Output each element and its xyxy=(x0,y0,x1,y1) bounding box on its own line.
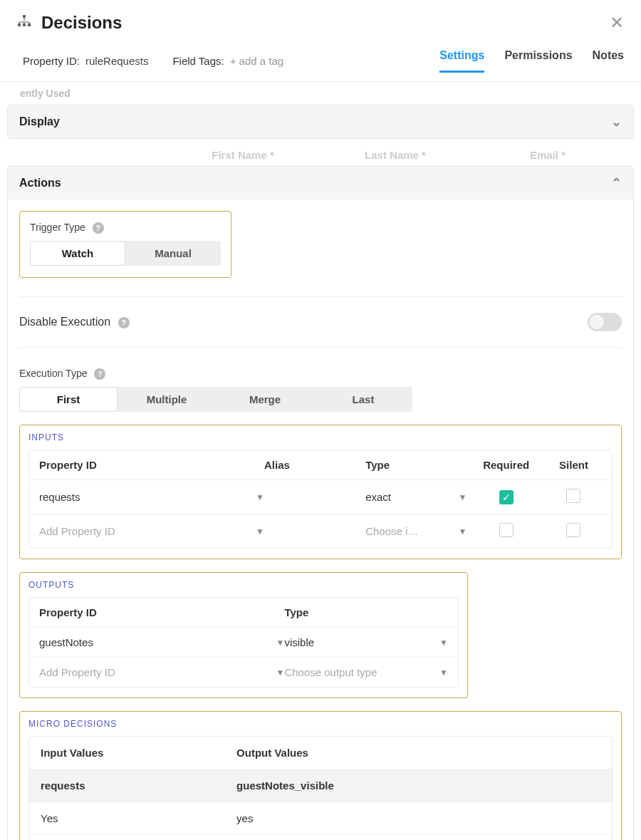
disable-execution-row: Disable Execution ? xyxy=(19,296,622,348)
exec-merge[interactable]: Merge xyxy=(216,387,314,412)
md-subheader: requests guestNotes_visible xyxy=(29,769,612,802)
add-tag-button[interactable]: + add a tag xyxy=(230,55,283,67)
exec-first[interactable]: First xyxy=(19,387,118,412)
panel-actions-header[interactable]: Actions ⌃ xyxy=(8,167,633,199)
background-columns: ently Used xyxy=(0,82,641,105)
md-row: No no xyxy=(29,834,612,840)
md-sub-output: guestNotes_visible xyxy=(236,779,600,792)
inputs-section: INPUTS Property ID Alias Type Required S… xyxy=(19,425,622,559)
execution-type-label: Execution Type ? xyxy=(19,368,622,380)
tab-permissions[interactable]: Permissions xyxy=(504,49,572,73)
inputs-row-1: requests ▼ exact ▼ ✓ xyxy=(29,479,612,514)
svg-rect-3 xyxy=(28,24,31,26)
md-col-input: Input Values xyxy=(41,747,236,759)
input-prop-value[interactable]: requests xyxy=(39,491,80,503)
close-icon[interactable]: ✕ xyxy=(610,13,624,33)
inputs-header-row: Property ID Alias Type Required Silent xyxy=(29,450,612,479)
chevron-down-icon: ⌄ xyxy=(611,114,622,130)
chevron-down-icon[interactable]: ▼ xyxy=(439,668,448,678)
property-id-label: Property ID: xyxy=(23,55,80,67)
panel-actions-title: Actions xyxy=(19,177,61,190)
inputs-col-alias: Alias xyxy=(264,459,365,471)
tab-settings[interactable]: Settings xyxy=(439,49,484,73)
svg-rect-1 xyxy=(18,24,21,26)
disable-execution-label: Disable Execution xyxy=(19,316,110,328)
panel-actions: Actions ⌃ Trigger Type ? Watch Manual Di… xyxy=(7,166,634,840)
inputs-row-add: Add Property ID ▼ Choose i… ▼ xyxy=(29,514,612,548)
md-out[interactable]: yes xyxy=(236,812,600,824)
panel-display-header[interactable]: Display ⌄ xyxy=(8,105,633,138)
outputs-section: OUTPUTS Property ID Type guestNotes ▼ vi… xyxy=(19,572,468,698)
chevron-down-icon[interactable]: ▼ xyxy=(458,527,467,536)
outputs-row-add: Add Property ID ▼ Choose output type ▼ xyxy=(29,657,458,687)
hierarchy-icon xyxy=(17,14,31,32)
required-checkbox[interactable] xyxy=(499,523,514,537)
panel-display: Display ⌄ xyxy=(7,105,634,139)
trigger-type-segmented: Watch Manual xyxy=(30,241,221,266)
dialog-header: Decisions ✕ xyxy=(0,0,641,39)
md-row: Yes yes xyxy=(29,802,612,834)
micro-decisions-section: MICRO DECISIONS Input Values Output Valu… xyxy=(19,711,622,840)
md-header: Input Values Output Values xyxy=(29,737,612,769)
inputs-col-prop: Property ID xyxy=(39,459,264,471)
inputs-col-silent: Silent xyxy=(546,459,602,471)
add-output-placeholder[interactable]: Add Property ID xyxy=(39,666,115,678)
choose-output-type-placeholder[interactable]: Choose output type xyxy=(284,666,377,678)
panel-actions-body: Trigger Type ? Watch Manual Disable Exec… xyxy=(8,199,633,840)
exec-last[interactable]: Last xyxy=(314,387,412,412)
outputs-table: Property ID Type guestNotes ▼ visible ▼ xyxy=(28,597,459,688)
choose-type-placeholder[interactable]: Choose i… xyxy=(365,525,418,537)
settings-tabs: Settings Permissions Notes xyxy=(439,49,624,73)
help-icon[interactable]: ? xyxy=(93,222,104,234)
help-icon[interactable]: ? xyxy=(94,368,105,380)
input-type-value[interactable]: exact xyxy=(365,491,391,503)
outputs-header-row: Property ID Type xyxy=(29,598,458,627)
outputs-row-1: guestNotes ▼ visible ▼ xyxy=(29,627,458,657)
chevron-down-icon[interactable]: ▼ xyxy=(276,668,285,678)
chevron-up-icon: ⌃ xyxy=(611,175,622,191)
field-tags-label: Field Tags: xyxy=(172,55,224,67)
page-title: Decisions xyxy=(41,13,122,33)
inputs-col-required: Required xyxy=(467,459,546,471)
bg-left: ently Used xyxy=(17,88,167,99)
execution-type-segmented: First Multiple Merge Last xyxy=(19,387,412,412)
trigger-watch[interactable]: Watch xyxy=(30,241,125,266)
output-type-value[interactable]: visible xyxy=(284,636,314,648)
outputs-title: OUTPUTS xyxy=(28,580,459,590)
chevron-down-icon[interactable]: ▼ xyxy=(256,492,264,502)
required-checkbox[interactable]: ✓ xyxy=(499,490,514,504)
panel-display-title: Display xyxy=(19,115,60,128)
add-property-placeholder[interactable]: Add Property ID xyxy=(39,525,115,537)
md-in[interactable]: Yes xyxy=(41,812,236,824)
execution-type-block: Execution Type ? First Multiple Merge La… xyxy=(19,368,622,412)
trigger-type-box: Trigger Type ? Watch Manual xyxy=(19,211,231,278)
tab-notes[interactable]: Notes xyxy=(593,49,624,73)
property-id-value: ruleRequests xyxy=(85,55,148,67)
outputs-col-prop: Property ID xyxy=(39,606,284,618)
svg-rect-2 xyxy=(23,24,26,26)
inputs-table: Property ID Alias Type Required Silent r… xyxy=(28,450,613,549)
disable-execution-toggle[interactable] xyxy=(588,313,622,331)
svg-rect-0 xyxy=(23,15,26,18)
outputs-col-type: Type xyxy=(284,606,448,618)
micro-decisions-title: MICRO DECISIONS xyxy=(28,719,613,729)
chevron-down-icon[interactable]: ▼ xyxy=(256,527,264,536)
md-sub-input: requests xyxy=(41,779,236,792)
md-col-output: Output Values xyxy=(236,747,600,759)
help-icon[interactable]: ? xyxy=(118,317,130,328)
micro-decisions-table: Input Values Output Values requests gues… xyxy=(28,736,613,840)
trigger-type-label: Trigger Type ? xyxy=(30,222,221,234)
silent-checkbox[interactable] xyxy=(566,523,580,537)
inputs-col-type: Type xyxy=(365,459,467,471)
exec-multiple[interactable]: Multiple xyxy=(118,387,216,412)
chevron-down-icon[interactable]: ▼ xyxy=(458,492,467,502)
output-prop-value[interactable]: guestNotes xyxy=(39,636,93,648)
trigger-manual[interactable]: Manual xyxy=(125,241,221,266)
subheader: Property ID: ruleRequests Field Tags: + … xyxy=(0,39,641,82)
chevron-down-icon[interactable]: ▼ xyxy=(439,638,448,648)
background-columns-2: First Name * Last Name * Email * xyxy=(0,143,641,166)
chevron-down-icon[interactable]: ▼ xyxy=(276,638,285,648)
inputs-title: INPUTS xyxy=(28,432,613,442)
silent-checkbox[interactable] xyxy=(566,489,580,503)
